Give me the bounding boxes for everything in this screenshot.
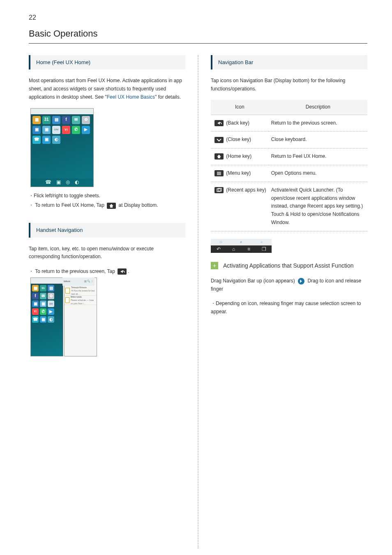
row-recent-desc: Activate/exit Quick Launcher. (To open/c…: [269, 182, 367, 231]
home-key-icon: [214, 153, 224, 160]
assist-step: Drag Navigation Bar up (icon appears) Dr…: [211, 277, 367, 294]
home-icon: [107, 203, 116, 209]
back-icon: [118, 268, 127, 275]
home-screenshot: ▦ 31 ▤ f ✉ ⚙ ▣ ▣ UNI Y! ✆ ▶ ☎ ▣ ◐ ☎▣◎◐: [30, 108, 94, 187]
row-home-icon: (Home key): [211, 148, 269, 165]
recent-apps-key-icon: [214, 187, 224, 193]
row-close-icon: (Close key): [211, 132, 269, 148]
page-title: Basic Operations: [29, 26, 367, 41]
row-recent-icon: (Recent apps key): [211, 182, 269, 231]
page-number: 22: [29, 12, 367, 23]
th-desc: Description: [269, 100, 367, 115]
row-menu-icon: (Menu key): [211, 165, 269, 182]
svg-rect-2: [217, 174, 221, 175]
plus-icon: +: [211, 262, 218, 269]
section-home-head: Home (Feel UX Home): [29, 55, 185, 69]
svg-rect-0: [217, 172, 221, 173]
svg-rect-1: [217, 173, 221, 174]
th-icon: Icon: [211, 100, 269, 115]
bullet-flick: Flick left/right to toggle sheets.: [29, 192, 185, 200]
section-assist-head: + Activating Applications that Support A…: [211, 261, 367, 271]
bullet-return-home: To return to Feel UX Home, Tap at Displa…: [29, 201, 185, 210]
navbar-paragraph: Tap icons on Navigation Bar (Display bot…: [211, 77, 367, 93]
section-navbar-head: Navigation Bar: [211, 55, 367, 69]
row-back-desc: Return to the previous screen.: [269, 115, 367, 132]
bullet-return-prev: To return to the previous screen, Tap .: [29, 268, 185, 276]
row-menu-desc: Open Options menu.: [269, 165, 367, 182]
row-back-icon: (Back key): [211, 115, 269, 132]
navbar-screenshot: ☐⇵☆ ↶⌂≡❐: [211, 239, 272, 253]
menu-key-icon: [214, 170, 224, 176]
section-handset-nav-head: Handset Navigation: [29, 223, 185, 237]
feel-ux-home-basics-link[interactable]: Feel UX Home Basics: [107, 94, 155, 100]
navbar-keys-table: Icon Description (Back key) Return to th…: [211, 100, 367, 231]
title-rule: [29, 43, 367, 44]
row-home-desc: Return to Feel UX Home.: [269, 148, 367, 165]
close-key-icon: [214, 137, 224, 143]
handset-nav-screenshot: ▦ 31 ▤ f ✉ ⚙ ▣ ▣ UNI Y! ✆ ▶ ☎ ▣: [30, 278, 185, 356]
handset-nav-paragraph: Tap item, icon, key, etc. to open menu/w…: [29, 245, 185, 261]
home-paragraph: Most operations start from Feel UX Home.…: [29, 77, 185, 101]
step-arrow-icon: [298, 278, 304, 284]
row-close-desc: Close keyboard.: [269, 132, 367, 148]
back-key-icon: [214, 120, 224, 126]
assist-bullet: Depending on icon, releasing finger may …: [211, 300, 367, 316]
